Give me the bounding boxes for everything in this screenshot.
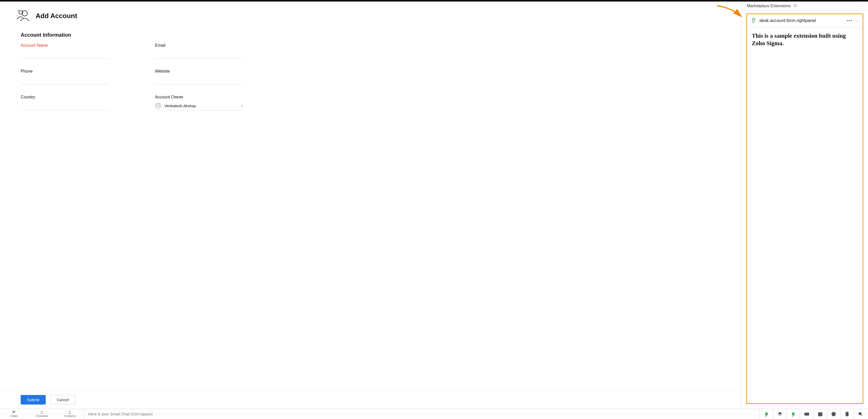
owner-picker[interactable]: Venkatesh Akshay ▾: [155, 102, 243, 110]
svg-point-2: [157, 104, 159, 106]
extension-body: This is a sample extension built using Z…: [747, 28, 863, 403]
input-website[interactable]: [155, 77, 243, 85]
tool-layers-icon[interactable]: [773, 409, 786, 419]
smart-chat-bar[interactable]: [84, 409, 760, 419]
tab-chats[interactable]: Chats: [0, 409, 28, 419]
tab-channels-label: Channels: [36, 414, 48, 417]
extension-header: desk.account.form.rightpanel ••• ︿: [747, 14, 863, 28]
tab-contacts-label: Contacts: [64, 414, 75, 417]
tab-channels[interactable]: Channels: [28, 409, 56, 419]
actions-bar: Submit Cancel: [0, 391, 741, 409]
tab-chats-label: Chats: [10, 414, 18, 417]
section-title: Account Information: [21, 32, 726, 38]
label-website: Website: [155, 69, 243, 74]
right-panel-header: Marketplace Extensions ︿: [742, 2, 868, 11]
tab-contacts[interactable]: Contacts: [56, 409, 84, 419]
extension-id: desk.account.form.rightpanel: [760, 18, 816, 23]
input-account-name[interactable]: [21, 51, 108, 59]
field-email: Email: [155, 43, 243, 59]
chevron-down-icon: ▾: [241, 104, 243, 107]
owner-name: Venkatesh Akshay: [164, 104, 238, 108]
svg-rect-11: [846, 412, 847, 413]
account-icon: [16, 9, 31, 23]
bottom-tools: [760, 409, 867, 419]
right-panel-collapse-icon[interactable]: ︿: [860, 4, 863, 8]
bottom-tabs: Chats Channels Contacts: [0, 409, 84, 419]
tool-plug-2-icon[interactable]: [786, 409, 800, 419]
svg-point-4: [42, 411, 43, 412]
field-account-owner: Account Owner Venkatesh Akshay ▾: [155, 95, 243, 110]
svg-point-0: [22, 10, 27, 16]
tool-keyboard-icon[interactable]: [800, 409, 813, 419]
form-scroll: Add Account Account Information Account …: [0, 2, 741, 391]
page-header: Add Account: [16, 9, 726, 23]
label-account-name: Account Name: [21, 43, 108, 48]
field-website: Website: [155, 69, 243, 85]
form-grid: Account Name Email Phone Website: [21, 43, 726, 110]
extension-menu-icon[interactable]: •••: [847, 18, 853, 23]
right-panel-title: Marketplace Extensions: [747, 4, 791, 8]
label-account-owner: Account Owner: [155, 95, 243, 99]
main-area: Add Account Account Information Account …: [0, 2, 868, 409]
label-email: Email: [155, 43, 243, 48]
refresh-icon[interactable]: [793, 4, 797, 8]
field-account-name: Account Name: [21, 43, 108, 59]
extension-plug-icon: [751, 17, 756, 24]
input-phone[interactable]: [21, 77, 108, 85]
field-phone: Phone: [21, 69, 108, 85]
app-root: Add Account Account Information Account …: [0, 0, 868, 419]
cancel-button[interactable]: Cancel: [51, 395, 75, 405]
input-country[interactable]: [21, 102, 108, 110]
svg-rect-6: [804, 413, 809, 415]
smart-chat-input[interactable]: [88, 412, 755, 416]
right-panel: Marketplace Extensions ︿: [741, 2, 868, 409]
extension-collapse-icon[interactable]: ︿: [856, 19, 859, 23]
field-country: Country: [21, 95, 108, 110]
svg-point-12: [859, 412, 861, 415]
svg-point-8: [820, 414, 822, 416]
form-pane: Add Account Account Information Account …: [0, 2, 741, 409]
extension-card: desk.account.form.rightpanel ••• ︿ This …: [746, 13, 863, 404]
tool-clock-icon[interactable]: [827, 409, 840, 419]
tool-calendar-icon[interactable]: [813, 409, 827, 419]
svg-point-5: [69, 411, 70, 412]
submit-button[interactable]: Submit: [21, 395, 46, 405]
page-title: Add Account: [36, 12, 77, 20]
bottom-bar: Chats Channels Contacts: [0, 409, 868, 419]
input-email[interactable]: [155, 51, 243, 59]
tool-search-icon[interactable]: [854, 409, 867, 419]
right-panel-body: desk.account.form.rightpanel ••• ︿ This …: [742, 11, 868, 409]
tool-clipboard-icon[interactable]: [840, 409, 854, 419]
svg-point-3: [41, 411, 42, 412]
tool-plug-1-icon[interactable]: [760, 409, 773, 419]
label-phone: Phone: [21, 69, 108, 74]
avatar-icon: [155, 102, 161, 109]
label-country: Country: [21, 95, 108, 99]
